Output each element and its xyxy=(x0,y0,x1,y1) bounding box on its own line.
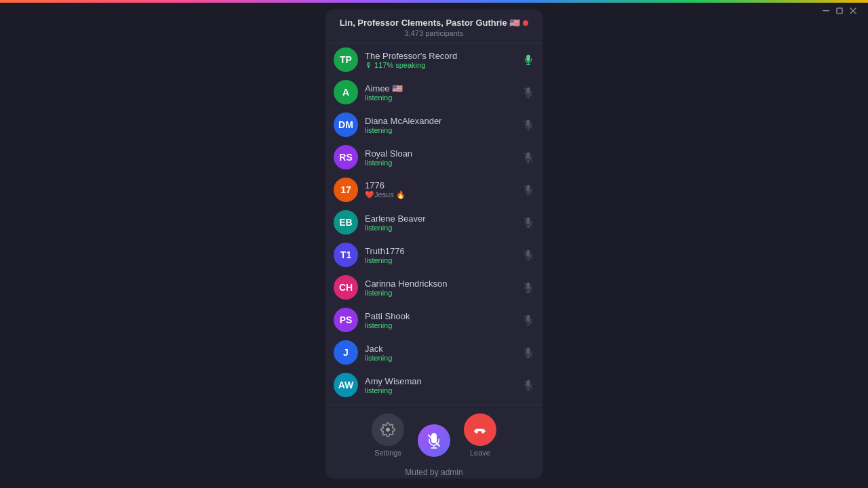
participants-panel: Lin, Professor Clements, Pastor Guthrie … xyxy=(326,9,542,479)
avatar: TP xyxy=(334,47,358,72)
participant-name: Aimee 🇺🇸 xyxy=(365,83,515,94)
participants-count: 3,473 participants xyxy=(336,29,532,37)
participant-status: listening xyxy=(365,159,515,167)
muted-icon xyxy=(522,314,534,326)
participant-info: Carinna Hendricksonlistening xyxy=(365,279,515,297)
participant-info: Amy Wisemanlistening xyxy=(365,376,515,394)
muted-icon xyxy=(522,86,534,98)
participant-info: Earlene Beaverlistening xyxy=(365,214,515,232)
participant-status: listening xyxy=(365,289,515,297)
muted-icon xyxy=(522,119,534,131)
muted-by-admin-label: Muted by admin xyxy=(326,468,542,479)
close-button[interactable] xyxy=(849,7,857,15)
participant-name: Truth1776 xyxy=(365,246,515,256)
bottom-area: Settings Leave xyxy=(326,405,542,479)
participant-status: listening xyxy=(365,94,515,102)
participant-status: listening xyxy=(365,126,515,134)
participant-name: Carinna Hendrickson xyxy=(365,279,515,289)
title-text: Lin, Professor Clements, Pastor Guthrie … xyxy=(340,18,521,28)
avatar: AW xyxy=(334,373,358,397)
participant-status: ❤️Jesus 🔥 xyxy=(365,190,515,199)
list-item[interactable]: PSPatti Shooklistening xyxy=(326,304,542,336)
list-item[interactable]: T1Truth1776listening xyxy=(326,239,542,271)
mute-button[interactable] xyxy=(418,424,450,457)
unmuted-icon xyxy=(522,54,534,66)
mute-icon-bg xyxy=(418,424,450,457)
avatar: A xyxy=(334,80,358,104)
participant-name: Royal Sloan xyxy=(365,148,515,159)
top-gradient-bar xyxy=(0,0,868,3)
list-item[interactable]: TPThe Professor's Record🎙 117% speaking xyxy=(326,43,542,76)
muted-icon xyxy=(522,216,534,228)
list-item[interactable]: EBEarlene Beaverlistening xyxy=(326,206,542,239)
participant-name: Diana McAlexander xyxy=(365,116,515,126)
settings-label: Settings xyxy=(374,449,401,457)
participant-info: Diana McAlexanderlistening xyxy=(365,116,515,134)
list-item[interactable]: CHCarinna Hendricksonlistening xyxy=(326,271,542,304)
recording-indicator xyxy=(523,20,528,26)
list-item[interactable]: RSRoyal Sloanlistening xyxy=(326,141,542,174)
participant-info: Patti Shooklistening xyxy=(365,311,515,329)
participant-status: 🎙 117% speaking xyxy=(365,61,515,69)
muted-icon xyxy=(522,281,534,293)
participant-info: Aimee 🇺🇸listening xyxy=(365,83,515,102)
participant-name: Patti Shook xyxy=(365,311,515,321)
participant-info: Truth1776listening xyxy=(365,246,515,264)
participant-status: listening xyxy=(365,224,515,232)
participants-list[interactable]: TPThe Professor's Record🎙 117% speakingA… xyxy=(326,43,542,405)
avatar: RS xyxy=(334,145,358,169)
muted-icon xyxy=(522,249,534,261)
participant-info: The Professor's Record🎙 117% speaking xyxy=(365,51,515,69)
list-item[interactable]: JJacklistening xyxy=(326,336,542,369)
leave-button[interactable]: Leave xyxy=(464,413,496,457)
avatar: DM xyxy=(334,113,358,137)
avatar: EB xyxy=(334,210,358,235)
list-item[interactable]: 171776❤️Jesus 🔥 xyxy=(326,174,542,206)
participant-name: Jack xyxy=(365,344,515,354)
participant-info: 1776❤️Jesus 🔥 xyxy=(365,180,515,199)
participant-info: Jacklistening xyxy=(365,344,515,362)
list-item[interactable]: AWAmy Wisemanlistening xyxy=(326,369,542,401)
window-controls xyxy=(822,7,857,15)
settings-icon-bg xyxy=(372,413,404,446)
list-item[interactable]: DMDiana McAlexanderlistening xyxy=(326,108,542,141)
avatar: PS xyxy=(334,308,358,332)
participant-name: 1776 xyxy=(365,180,515,190)
avatar: 17 xyxy=(334,178,358,202)
settings-button[interactable]: Settings xyxy=(372,413,404,457)
restore-button[interactable] xyxy=(835,7,844,15)
avatar: T1 xyxy=(334,243,358,267)
avatar: CH xyxy=(334,275,358,300)
leave-icon-bg xyxy=(464,413,496,446)
participant-status: listening xyxy=(365,256,515,264)
leave-label: Leave xyxy=(470,449,490,457)
list-item[interactable]: AAimee 🇺🇸listening xyxy=(326,76,542,108)
muted-icon xyxy=(522,184,534,196)
participant-info: Royal Sloanlistening xyxy=(365,148,515,167)
bottom-controls: Settings Leave xyxy=(326,405,542,468)
panel-title: Lin, Professor Clements, Pastor Guthrie … xyxy=(336,18,532,28)
participant-name: Earlene Beaver xyxy=(365,214,515,224)
muted-icon xyxy=(522,151,534,163)
muted-icon xyxy=(522,379,534,391)
svg-rect-0 xyxy=(823,10,829,12)
avatar: J xyxy=(334,340,358,365)
participant-status: listening xyxy=(365,354,515,362)
muted-icon xyxy=(522,346,534,359)
participant-name: The Professor's Record xyxy=(365,51,515,61)
participant-status: listening xyxy=(365,386,515,394)
panel-header: Lin, Professor Clements, Pastor Guthrie … xyxy=(326,9,542,43)
minimize-button[interactable] xyxy=(822,7,830,15)
svg-rect-1 xyxy=(837,8,842,14)
participant-name: Amy Wiseman xyxy=(365,376,515,386)
participant-status: listening xyxy=(365,321,515,329)
